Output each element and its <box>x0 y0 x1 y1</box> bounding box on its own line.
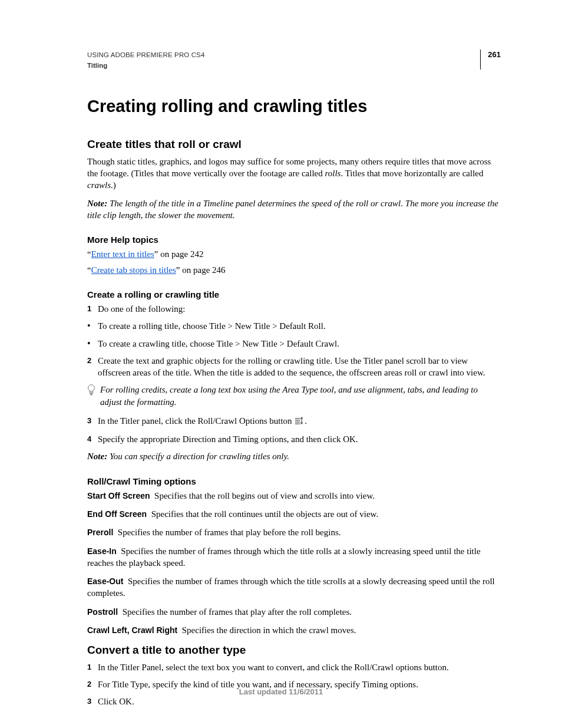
step-number: 4 <box>87 433 91 446</box>
procedure-list: 1 In the Titler Panel, select the text b… <box>87 661 498 708</box>
list-item: • To create a crawling title, choose Tit… <box>87 338 498 350</box>
step: 3 In the Titler panel, click the Roll/Cr… <box>87 415 498 428</box>
page-number-box: 261 <box>480 50 501 70</box>
roll-crawl-options-icon <box>295 416 304 428</box>
doc-title: USING ADOBE PREMIERE PRO CS4 <box>87 51 498 60</box>
section-heading: Create titles that roll or crawl <box>87 137 498 152</box>
step: 1 In the Titler Panel, select the text b… <box>87 661 498 673</box>
running-header: USING ADOBE PREMIERE PRO CS4 Titling 261 <box>87 51 498 70</box>
definition: Crawl Left, Crawl Right Specifies the di… <box>87 624 498 636</box>
list-item: • To create a rolling title, choose Titl… <box>87 320 498 332</box>
procedure-list: 1 Do one of the following: <box>87 303 498 315</box>
svg-point-0 <box>88 385 95 391</box>
definition: Start Off Screen Specifies that the roll… <box>87 490 498 502</box>
step-number: 3 <box>87 696 91 708</box>
page-number: 261 <box>488 50 501 60</box>
procedure-heading: Create a rolling or crawling title <box>87 289 498 301</box>
step-number: 1 <box>87 661 91 674</box>
step: 4 Specify the appropriate Direction and … <box>87 433 498 445</box>
note: Note: The length of the title in a Timel… <box>87 197 498 222</box>
body-paragraph: Though static titles, graphics, and logo… <box>87 156 498 192</box>
tip: For rolling credits, create a long text … <box>87 384 498 408</box>
more-help-heading: More Help topics <box>87 234 498 246</box>
help-link-row: “Create tab stops in titles” on page 246 <box>87 264 498 276</box>
definition: Postroll Specifies the number of frames … <box>87 606 498 618</box>
bullet-icon: • <box>87 320 91 332</box>
help-link[interactable]: Create tab stops in titles <box>91 265 176 275</box>
step: 3 Click OK. <box>87 696 498 707</box>
step-number: 3 <box>87 415 91 427</box>
definition: End Off Screen Specifies that the roll c… <box>87 508 498 520</box>
note: Note: You can specify a direction for cr… <box>87 450 498 462</box>
procedure-list: 2 Create the text and graphic objects fo… <box>87 355 498 379</box>
lightbulb-icon <box>87 384 95 396</box>
doc-section: Titling <box>87 61 498 71</box>
page: USING ADOBE PREMIERE PRO CS4 Titling 261… <box>0 0 562 728</box>
choice-list: • To create a rolling title, choose Titl… <box>87 320 498 350</box>
definition: Preroll Specifies the number of frames t… <box>87 526 498 538</box>
step: 2 Create the text and graphic objects fo… <box>87 355 498 379</box>
definition: Ease-Out Specifies the number of frames … <box>87 575 498 599</box>
step: 1 Do one of the following: <box>87 303 498 315</box>
definition: Ease-In Specifies the number of frames t… <box>87 545 498 569</box>
procedure-list: 3 In the Titler panel, click the Roll/Cr… <box>87 415 498 446</box>
help-link-row: “Enter text in titles” on page 242 <box>87 248 498 260</box>
help-link[interactable]: Enter text in titles <box>91 249 154 259</box>
chapter-title: Creating rolling and crawling titles <box>87 95 498 118</box>
section-heading: Convert a title to another type <box>87 643 498 658</box>
step-number: 1 <box>87 303 91 315</box>
step-number: 2 <box>87 355 91 367</box>
bullet-icon: • <box>87 338 91 350</box>
options-heading: Roll/Crawl Timing options <box>87 476 498 487</box>
footer-updated: Last updated 11/6/2011 <box>0 687 562 697</box>
